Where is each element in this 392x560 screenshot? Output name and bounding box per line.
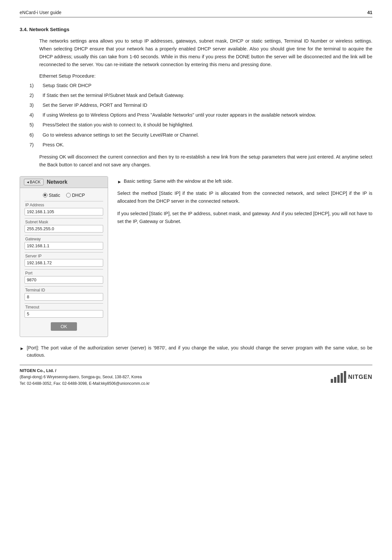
list-item: 3)Set the Server IP Address, PORT and Te… (29, 102, 372, 109)
dhcp-label: DHCP (72, 193, 85, 198)
port-arrow-icon: ► (20, 345, 24, 352)
list-text: Setup Static OR DHCP (43, 82, 372, 89)
footer-company: NITGEN Co., Ltd. / (20, 368, 56, 373)
footer-address: (Bangi-dong) 6 Wiryeseong-daero, Songpa-… (20, 375, 142, 379)
radio-row: Static DHCP (20, 193, 108, 198)
static-label: Static (49, 193, 60, 198)
list-item: 7)Press OK. (29, 141, 372, 149)
port-note-text: [Port]: The port value of the authorizat… (27, 344, 372, 359)
list-num: 6) (29, 131, 43, 139)
field-label: Subnet Mask (25, 218, 103, 224)
list-text: Press/Select the station you wish to con… (43, 121, 372, 129)
list-num: 2) (29, 92, 43, 99)
section-number: 3.4. (20, 27, 28, 32)
field-input[interactable]: 192.168.1.1 (25, 242, 103, 250)
list-text: Set the Server IP Address, PORT and Term… (43, 102, 372, 109)
list-num: 7) (29, 141, 43, 149)
panel-header: ◂ BACK Network (20, 177, 108, 188)
ok-button[interactable]: OK (51, 322, 77, 331)
intro-text: The networks settings area allows you to… (39, 37, 372, 69)
list-item: 1)Setup Static OR DHCP (29, 82, 372, 89)
field-label: IP Address (25, 201, 103, 207)
bullet-basic-setting: ► Basic setting: Same with the window at… (117, 177, 372, 186)
field-input[interactable]: 5 (25, 310, 103, 318)
dhcp-option[interactable]: DHCP (66, 193, 85, 198)
header-bar: eNCard-i User guide 41 (20, 10, 372, 17)
port-note: ► [Port]: The port value of the authoriz… (20, 344, 372, 359)
pressing-ok-text: Pressing OK will disconnect the current … (39, 153, 372, 169)
bullet1-text: Basic setting: Same with the window at t… (124, 177, 233, 185)
nitgen-text: NITGEN (348, 374, 372, 381)
bar4 (341, 373, 343, 383)
footer-text: NITGEN Co., Ltd. / (Bangi-dong) 6 Wiryes… (20, 367, 150, 387)
network-panel: ◂ BACK Network Static DHCP IP Address192… (20, 176, 108, 337)
right-col: ► Basic setting: Same with the window at… (117, 176, 372, 230)
footer-bar: NITGEN Co., Ltd. / (Bangi-dong) 6 Wiryes… (20, 365, 372, 387)
two-col-section: ◂ BACK Network Static DHCP IP Address192… (20, 176, 372, 337)
back-label: BACK (30, 180, 41, 184)
bullet-arrow-icon: ► (117, 178, 122, 186)
right-para2: If you selected [Static IP], set the IP … (117, 210, 372, 226)
panel-title: Network (47, 179, 67, 185)
list-text: If Static then set the terminal IP/Subne… (43, 92, 372, 99)
field-input[interactable]: 255.255.255.0 (25, 225, 103, 233)
nitgen-bars-icon (331, 371, 346, 383)
page-container: eNCard-i User guide 41 3.4. Network Sett… (0, 0, 392, 560)
steps-list: 1)Setup Static OR DHCP2)If Static then s… (29, 82, 372, 149)
field-label: Gateway (25, 235, 103, 241)
static-option[interactable]: Static (43, 193, 60, 198)
field-input[interactable]: 8 (25, 293, 103, 301)
field-group: IP Address192.168.1.105Subnet Mask255.25… (20, 201, 108, 318)
list-item: 2)If Static then set the terminal IP/Sub… (29, 92, 372, 99)
field-input[interactable]: 192.168.1.72 (25, 259, 103, 267)
list-item: 4)If using Wireless go to Wireless Optio… (29, 111, 372, 119)
ethernet-label: Ethernet Setup Procedure: (39, 73, 372, 79)
list-num: 1) (29, 82, 43, 89)
header-title: eNCard-i User guide (20, 10, 62, 15)
field-label: Terminal ID (25, 286, 103, 292)
list-num: 5) (29, 121, 43, 129)
list-text: If using Wireless go to Wireless Options… (43, 111, 372, 119)
field-label: Server IP (25, 252, 103, 258)
field-label: Port (25, 269, 103, 275)
footer-contact: Tel: 02-6488-3052, Fax: 02-6488-3098, E-… (20, 381, 150, 386)
field-input[interactable]: 9870 (25, 276, 103, 284)
section-title: 3.4. Network Settings (20, 27, 372, 32)
right-para1: Select the method [Static IP] if the sta… (117, 190, 372, 205)
back-arrow-icon: ◂ (27, 180, 29, 184)
bar3 (337, 375, 340, 383)
static-radio[interactable] (43, 193, 47, 197)
list-text: Press OK. (43, 141, 372, 149)
bar1 (331, 379, 333, 383)
back-button[interactable]: ◂ BACK (24, 179, 44, 185)
field-label: Timeout (25, 303, 103, 309)
field-input[interactable]: 192.168.1.105 (25, 208, 103, 215)
list-item: 6)Go to wireless advance settings to set… (29, 131, 372, 139)
list-item: 5)Press/Select the station you wish to c… (29, 121, 372, 129)
header-page: 41 (367, 10, 372, 15)
list-num: 4) (29, 111, 43, 119)
dhcp-radio[interactable] (66, 193, 71, 197)
list-text: Go to wireless advance settings to set t… (43, 131, 372, 139)
nitgen-logo: NITGEN (331, 371, 372, 383)
section-name: Network Settings (29, 27, 69, 32)
bar2 (334, 377, 336, 383)
bar5 (344, 371, 346, 383)
list-num: 3) (29, 102, 43, 109)
